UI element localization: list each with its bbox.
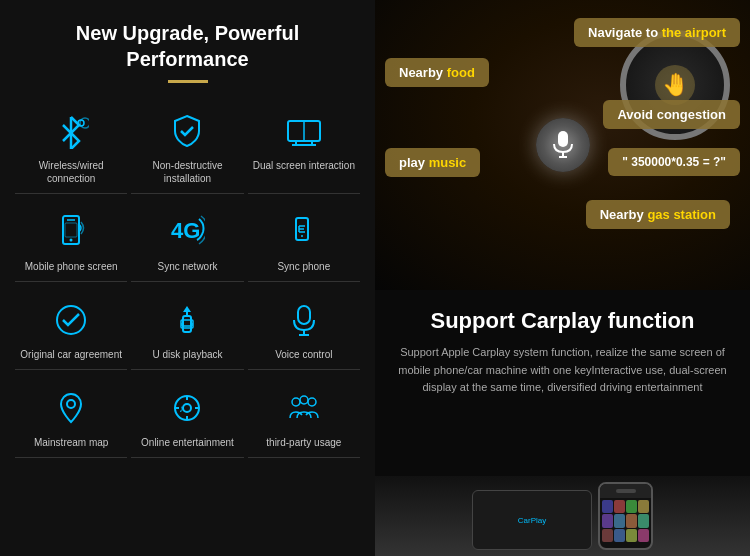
- map-icon: [49, 386, 93, 430]
- bubble-gas: Nearby gas station: [586, 200, 730, 229]
- phone-icon: [49, 210, 93, 254]
- svg-point-14: [57, 306, 85, 334]
- feature-label-4g: Sync network: [157, 260, 217, 273]
- phone-screen: [600, 498, 651, 544]
- feature-label-check: Original car agreement: [20, 348, 122, 361]
- svg-point-29: [308, 398, 316, 406]
- feature-map: Mainstream map: [15, 378, 127, 458]
- app-1: [602, 500, 613, 513]
- svg-point-24: [67, 400, 75, 408]
- feature-label-voice: Voice control: [275, 348, 332, 361]
- svg-point-26: [183, 404, 191, 412]
- feature-label-usb: U disk playback: [152, 348, 222, 361]
- mic-center-button[interactable]: [536, 118, 590, 172]
- feature-syncphone: Sync phone: [248, 202, 360, 282]
- bubble-avoid-text: Avoid congestion: [617, 107, 726, 122]
- feature-label-phone: Mobile phone screen: [25, 260, 118, 273]
- bubble-navigate: Navigate to the airport: [574, 18, 740, 47]
- syncphone-icon: [282, 210, 326, 254]
- features-grid: Wireless/wired connection Non-destructiv…: [15, 101, 360, 458]
- feature-usb: U disk playback: [131, 290, 243, 370]
- carplay-description: Support Apple Carplay system function, r…: [395, 344, 730, 397]
- bubble-calc: " 350000*0.35 = ?": [608, 148, 740, 176]
- app-6: [614, 514, 625, 527]
- feature-screen: Dual screen interaction: [248, 101, 360, 194]
- app-11: [626, 529, 637, 542]
- feature-label-shield: Non-destructive installation: [135, 159, 239, 185]
- app-3: [626, 500, 637, 513]
- bubble-navigate-text: Navigate to: [588, 25, 662, 40]
- mic-icon: [282, 298, 326, 342]
- bluetooth-icon: [49, 109, 93, 153]
- dashboard-area: CarPlay: [467, 477, 658, 555]
- feature-4g: 4G Sync network: [131, 202, 243, 282]
- app-4: [638, 500, 649, 513]
- left-panel: New Upgrade, Powerful Performance Wirele…: [0, 0, 375, 556]
- app-5: [602, 514, 613, 527]
- app-8: [638, 514, 649, 527]
- bubble-food: Nearby food: [385, 58, 489, 87]
- car-image-area: 🤚 Navigate to the airport Nearby food Av…: [375, 0, 750, 290]
- right-panel: 🤚 Navigate to the airport Nearby food Av…: [375, 0, 750, 556]
- bubble-navigate-highlight: the airport: [662, 25, 726, 40]
- entertainment-icon: ♪: [165, 386, 209, 430]
- carplay-footer: CarPlay: [375, 476, 750, 556]
- feature-label-screen: Dual screen interaction: [253, 159, 355, 172]
- feature-phone: Mobile phone screen: [15, 202, 127, 282]
- app-12: [638, 529, 649, 542]
- feature-label-bluetooth: Wireless/wired connection: [19, 159, 123, 185]
- title-underline: [168, 80, 208, 83]
- feature-shield: Non-destructive installation: [131, 101, 243, 194]
- app-7: [626, 514, 637, 527]
- bubble-play-text: play: [399, 155, 429, 170]
- svg-text:♪: ♪: [179, 403, 184, 414]
- hand-on-wheel: 🤚: [655, 65, 695, 105]
- feature-voice: Voice control: [248, 290, 360, 370]
- check-icon: [49, 298, 93, 342]
- bubble-food-text: Nearby: [399, 65, 447, 80]
- svg-point-13: [301, 235, 303, 237]
- svg-text:4G: 4G: [171, 218, 200, 243]
- phone-speaker: [616, 489, 636, 493]
- carplay-title: Support Carplay function: [395, 308, 730, 334]
- svg-point-28: [292, 398, 300, 406]
- svg-rect-21: [298, 306, 310, 324]
- app-10: [614, 529, 625, 542]
- bubble-gas-text: Nearby: [600, 207, 648, 222]
- car-display-label: CarPlay: [518, 516, 546, 525]
- svg-rect-31: [558, 131, 568, 147]
- bubble-avoid: Avoid congestion: [603, 100, 740, 129]
- thirdparty-icon: [282, 386, 326, 430]
- feature-bluetooth: Wireless/wired connection: [15, 101, 127, 194]
- feature-entertainment: ♪ Online entertainment: [131, 378, 243, 458]
- screen-icon: [282, 109, 326, 153]
- car-display: CarPlay: [472, 490, 592, 550]
- bubble-play: play music: [385, 148, 480, 177]
- app-9: [602, 529, 613, 542]
- carplay-section: Support Carplay function Support Apple C…: [375, 290, 750, 409]
- svg-rect-15: [183, 316, 191, 332]
- feature-label-entertainment: Online entertainment: [141, 436, 234, 449]
- bubble-gas-highlight: gas station: [647, 207, 716, 222]
- feature-thirdparty: third-party usage: [248, 378, 360, 458]
- bubble-food-highlight: food: [447, 65, 475, 80]
- svg-rect-10: [65, 223, 77, 237]
- usb-icon: [165, 298, 209, 342]
- svg-point-30: [300, 396, 308, 404]
- main-title: New Upgrade, Powerful Performance: [15, 20, 360, 72]
- phone-top: [600, 484, 651, 498]
- svg-point-8: [70, 239, 73, 242]
- app-2: [614, 500, 625, 513]
- feature-label-thirdparty: third-party usage: [266, 436, 341, 449]
- bubble-calc-text: " 350000*0.35 = ?": [622, 155, 726, 169]
- feature-check: Original car agreement: [15, 290, 127, 370]
- 4g-icon: 4G: [165, 210, 209, 254]
- feature-label-map: Mainstream map: [34, 436, 108, 449]
- feature-label-syncphone: Sync phone: [277, 260, 330, 273]
- shield-icon: [165, 109, 209, 153]
- phone-device: [598, 482, 653, 550]
- bubble-play-highlight: music: [429, 155, 467, 170]
